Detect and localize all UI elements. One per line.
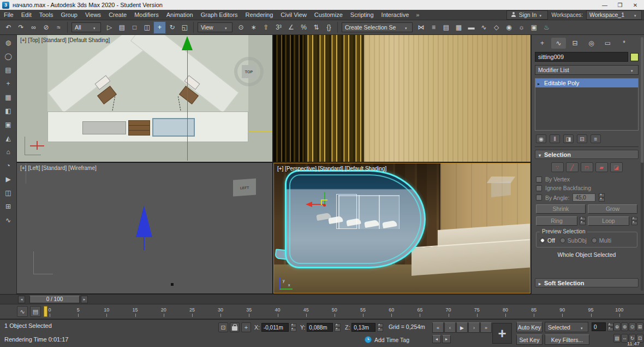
spinner-snap-icon[interactable]: ⇅: [310, 21, 323, 34]
timeline-frame-85[interactable]: 85: [527, 305, 541, 317]
menu-views[interactable]: Views: [81, 10, 105, 20]
sign-in-button[interactable]: Sign In: [506, 10, 548, 20]
time-slider-left-arrow[interactable]: ◂: [18, 296, 25, 303]
timeline-frame-45[interactable]: 45: [299, 305, 313, 317]
snaps-toggle-icon[interactable]: 3³: [272, 21, 285, 34]
x-spinner[interactable]: [290, 324, 296, 332]
selection-filter-dropdown[interactable]: All: [71, 22, 101, 32]
by-angle-checkbox[interactable]: [536, 195, 542, 201]
timeline-frame-5[interactable]: 5: [71, 305, 85, 317]
zoom-extents-icon[interactable]: ⊙: [629, 322, 636, 331]
shrink-button[interactable]: Shrink: [536, 204, 586, 214]
named-selection-set-dropdown[interactable]: Create Selection Se: [342, 22, 413, 32]
radio-icon[interactable]: [592, 238, 597, 243]
menu-scripting[interactable]: Scripting: [347, 10, 378, 20]
toggle-ribbon-icon[interactable]: ▬: [465, 21, 478, 34]
window-crossing-icon[interactable]: ◫: [141, 21, 153, 34]
checkbox-icon[interactable]: [536, 177, 542, 183]
timeline-frame-15[interactable]: 15: [128, 305, 142, 317]
modifier-list-dropdown[interactable]: Modifier List: [535, 65, 639, 75]
select-and-rotate-icon[interactable]: ↻: [166, 21, 178, 34]
motion-tab-icon[interactable]: ◎: [584, 38, 599, 49]
menu-tools[interactable]: Tools: [35, 10, 57, 20]
pin-stack-icon[interactable]: ◉: [536, 134, 546, 143]
polygon-subobject-icon[interactable]: ▰: [595, 162, 608, 172]
align-icon[interactable]: ≡: [427, 21, 440, 34]
viewcube[interactable]: TOP: [234, 57, 264, 86]
viewport-left-label[interactable]: [+] [Left] [Standard] [Wireframe]: [20, 165, 97, 171]
absolute-transform-mode-icon[interactable]: +: [241, 322, 251, 332]
timeline-frame-25[interactable]: 25: [185, 305, 199, 317]
viewcube[interactable]: LEFT: [233, 179, 256, 197]
gizmo-z-axis-arrow[interactable]: [136, 205, 152, 237]
menu-edit[interactable]: Edit: [17, 10, 35, 20]
timeline-frame-90[interactable]: 90: [555, 305, 569, 317]
menu-create[interactable]: Create: [105, 10, 130, 20]
z-spinner[interactable]: [377, 324, 383, 332]
preview-off-radio[interactable]: Off: [540, 237, 555, 244]
dock-target-icon[interactable]: ▣: [2, 119, 14, 130]
redo-icon[interactable]: ↷: [15, 21, 27, 34]
x-coordinate-field[interactable]: -0,011m: [261, 323, 289, 332]
viewcube[interactable]: [491, 181, 511, 197]
menu-civil-view[interactable]: Civil View: [277, 10, 310, 20]
track-bar[interactable]: ∿▤ 0510152025303540455055606570758085909…: [0, 304, 644, 319]
modifier-stack[interactable]: Editable Poly: [535, 78, 639, 131]
material-editor-icon[interactable]: ◉: [503, 21, 515, 34]
object-name-field[interactable]: sitting009: [535, 52, 628, 62]
timeline-frame-65[interactable]: 65: [413, 305, 427, 317]
dock-sphere-icon[interactable]: ◯: [2, 51, 14, 62]
time-slider-right-arrow[interactable]: ▸: [81, 296, 88, 303]
soft-selection-rollout-header[interactable]: Soft Selection: [535, 278, 639, 287]
edit-named-selection-sets-icon[interactable]: {}: [323, 21, 335, 34]
ring-button[interactable]: Ring: [536, 216, 577, 226]
timeline-frame-60[interactable]: 60: [384, 305, 398, 317]
current-frame-marker[interactable]: [44, 306, 47, 317]
by-angle-field[interactable]: 45,0: [573, 193, 595, 202]
next-key-button[interactable]: ▸: [442, 335, 451, 343]
transform-gizmo-pad-button[interactable]: +: [492, 323, 512, 344]
grow-button[interactable]: Grow: [588, 204, 637, 214]
utilities-tab-icon[interactable]: *: [617, 38, 631, 49]
ring-spinner[interactable]: [580, 217, 586, 225]
render-setup-icon[interactable]: ☼: [515, 21, 528, 34]
by-vertex-checkbox[interactable]: By Vertex: [536, 176, 637, 183]
zoom-region-icon[interactable]: ▧: [613, 334, 621, 343]
select-object-icon[interactable]: ▷: [103, 21, 116, 34]
dock-window-icon[interactable]: ◫: [2, 187, 14, 198]
hierarchy-tab-icon[interactable]: ⊟: [568, 38, 582, 49]
timeline-frame-50[interactable]: 50: [327, 305, 342, 317]
edge-subobject-icon[interactable]: ╱: [566, 162, 579, 172]
dock-halfbox-icon[interactable]: ◧: [2, 105, 14, 116]
next-frame-button[interactable]: ›: [468, 322, 480, 333]
remove-modifier-icon[interactable]: ⊟: [577, 134, 587, 143]
timeline-frame-40[interactable]: 40: [271, 305, 285, 317]
radio-icon[interactable]: [540, 238, 545, 243]
expand-arrow-icon[interactable]: [538, 80, 542, 86]
viewport-left[interactable]: LEFT [+] [Left] [Standard] [Wireframe]: [17, 163, 272, 293]
menu-group[interactable]: Group: [57, 10, 81, 20]
unlink-selection-icon[interactable]: ⊘: [40, 21, 52, 34]
z-coordinate-field[interactable]: 0,13m: [351, 323, 375, 332]
scrollbar-thumb[interactable]: [641, 37, 643, 163]
select-and-scale-icon[interactable]: ◱: [178, 21, 191, 34]
isolate-selection-toggle-icon[interactable]: ⊡: [218, 322, 228, 332]
rectangular-selection-region-icon[interactable]: □: [128, 21, 141, 34]
dock-cone-icon[interactable]: ◭: [2, 133, 14, 144]
dock-lightbulb-icon[interactable]: ◍: [2, 37, 14, 48]
maximize-button[interactable]: ❐: [612, 0, 628, 10]
timeline-frame-70[interactable]: 70: [442, 305, 456, 317]
select-by-name-icon[interactable]: ▤: [116, 21, 128, 34]
timeline-settings-icon[interactable]: ▤: [30, 306, 41, 317]
y-coordinate-field[interactable]: 0,088m: [307, 323, 333, 332]
select-and-move-icon[interactable]: +: [153, 21, 166, 34]
object-color-swatch[interactable]: [630, 53, 639, 61]
timeline-frame-55[interactable]: 55: [356, 305, 370, 317]
loop-button[interactable]: Loop: [588, 216, 629, 226]
menu-graph-editors[interactable]: Graph Editors: [197, 10, 242, 20]
toolbar-overflow-chevron[interactable]: »: [413, 11, 422, 18]
zoom-all-icon[interactable]: ⊛: [621, 322, 628, 331]
selection-rollout-header[interactable]: Selection: [535, 150, 639, 159]
make-unique-icon[interactable]: ◨: [563, 134, 574, 143]
minimize-button[interactable]: —: [597, 0, 612, 10]
